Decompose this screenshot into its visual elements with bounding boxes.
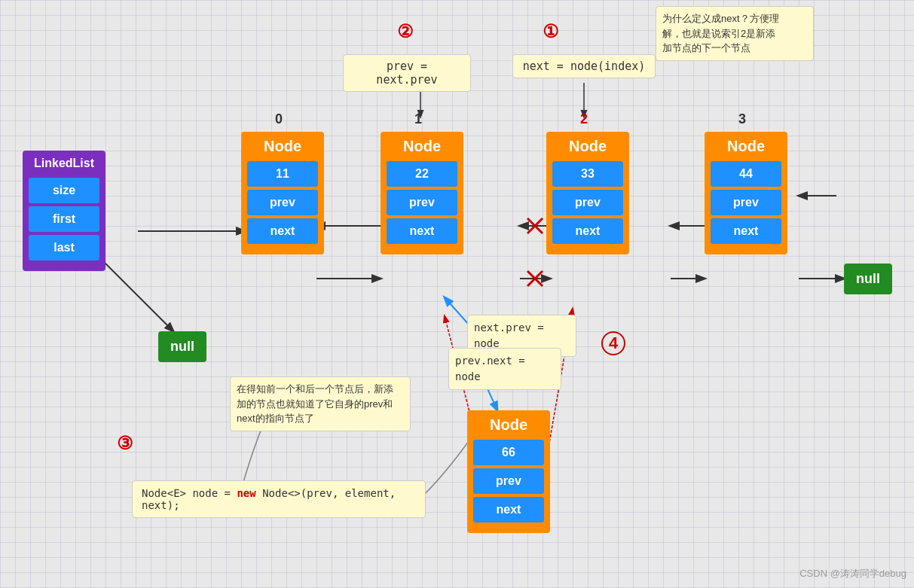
node-0-title: Node: [243, 133, 322, 158]
new-node-value: 66: [473, 440, 544, 465]
node-2-title: Node: [548, 133, 628, 158]
circle-4: 4: [601, 331, 625, 355]
circle-2: ②: [397, 21, 414, 42]
node-0: Node 11 prev next: [241, 132, 324, 254]
node-0-value: 11: [247, 161, 318, 187]
node-1-next: next: [387, 218, 457, 244]
linked-list-box: LinkedList size first last: [23, 151, 105, 271]
node-2: Node 33 prev next: [546, 132, 629, 254]
node-3-title: Node: [706, 133, 786, 158]
field-size: size: [29, 178, 99, 203]
node-3: Node 44 prev next: [705, 132, 787, 254]
node-3-prev: prev: [711, 190, 781, 215]
node-1: Node 22 prev next: [381, 132, 463, 254]
index-2: 2: [580, 111, 588, 127]
annotation-middle: 在得知前一个和后一个节点后，新添加的节点也就知道了它自身的prev和next的指…: [230, 376, 411, 431]
circle-3: ③: [117, 433, 133, 454]
null-box-right: null: [844, 264, 892, 294]
annotation-top-right: 为什么定义成next？方便理解，也就是说索引2是新添加节点的下一个节点: [656, 6, 814, 61]
circle-1: ①: [543, 21, 559, 42]
index-3: 3: [738, 111, 746, 127]
svg-line-16: [527, 218, 543, 233]
field-first: first: [29, 206, 99, 232]
svg-line-1: [94, 252, 173, 331]
node-3-value: 44: [711, 161, 781, 187]
index-0: 0: [275, 111, 283, 127]
code-box: Node<E> node = new Node<>(prev, element,…: [132, 480, 426, 518]
svg-line-17: [527, 271, 543, 286]
watermark: CSDN @涛涛同学debug: [799, 567, 906, 580]
node-2-prev: prev: [552, 190, 623, 215]
node-1-title: Node: [382, 133, 462, 158]
svg-line-18: [527, 271, 543, 286]
equation-prev: prev = next.prev: [343, 54, 471, 92]
node-0-prev: prev: [247, 190, 318, 215]
new-node-next: next: [473, 497, 544, 522]
node-1-prev: prev: [387, 190, 457, 215]
prev-next-label: prev.next = node: [448, 348, 561, 390]
node-0-next: next: [247, 218, 318, 244]
node-2-next: next: [552, 218, 623, 244]
node-2-value: 33: [552, 161, 623, 187]
svg-line-15: [527, 218, 543, 233]
null-box-left: null: [158, 331, 206, 362]
node-3-next: next: [711, 218, 781, 244]
new-node-prev: prev: [473, 468, 544, 494]
node-1-value: 22: [387, 161, 457, 187]
index-1: 1: [414, 111, 422, 127]
linked-list-title: LinkedList: [24, 152, 104, 175]
field-last: last: [29, 235, 99, 260]
new-node: Node 66 prev next: [467, 410, 550, 533]
new-node-title: Node: [469, 412, 549, 437]
equation-next: next = node(index): [512, 54, 656, 78]
